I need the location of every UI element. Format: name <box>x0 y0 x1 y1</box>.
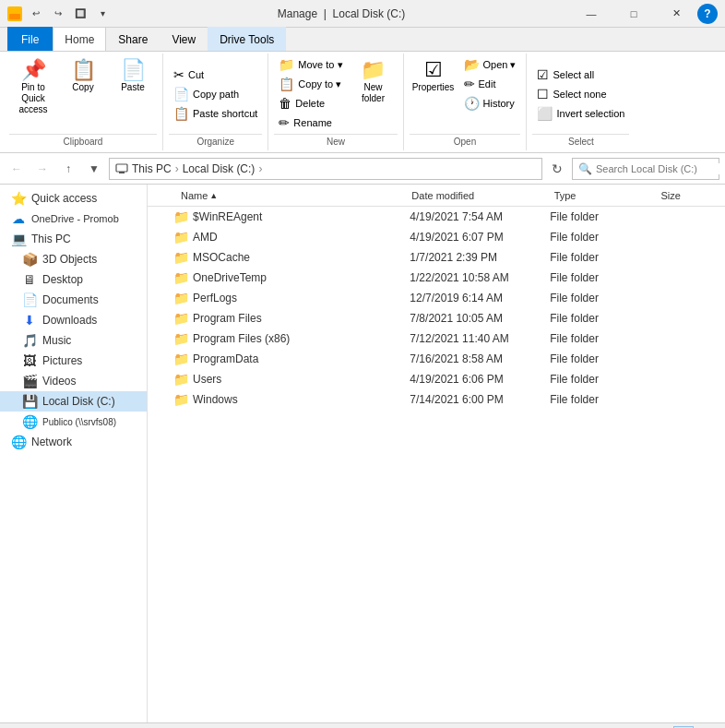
table-row[interactable]: 📁 Program Files (x86) 7/12/2021 11:40 AM… <box>148 328 725 349</box>
history-button[interactable]: 🕐 History <box>459 94 521 113</box>
cut-button[interactable]: ✂ Cut <box>169 66 208 84</box>
sidebar-item-videos[interactable]: 🎬 Videos <box>0 371 147 391</box>
file-rows: 📁 $WinREAgent 4/19/2021 7:54 AM File fol… <box>148 207 725 410</box>
table-row[interactable]: 📁 PerfLogs 12/7/2019 6:14 AM File folder <box>148 288 725 308</box>
table-row[interactable]: 📁 $WinREAgent 4/19/2021 7:54 AM File fol… <box>148 207 725 227</box>
file-type: File folder <box>550 231 655 244</box>
recent-dropdown[interactable]: ▼ <box>83 158 105 180</box>
sidebar-item-publico[interactable]: 🌐 Publico (\\srvfs08) <box>0 412 147 432</box>
qat-dropdown[interactable]: ▾ <box>92 4 113 24</box>
sidebar-item-network[interactable]: 🌐 Network <box>0 432 147 452</box>
quickaccess-icon: ⭐ <box>11 191 26 206</box>
table-row[interactable]: 📁 Users 4/19/2021 6:06 PM File folder <box>148 369 725 389</box>
pin-icon: 📌 <box>21 60 46 80</box>
qat-redo[interactable]: ↪ <box>48 4 68 24</box>
file-type: File folder <box>550 332 655 345</box>
header-type[interactable]: Type <box>547 190 654 201</box>
pictures-icon: 🖼 <box>22 353 37 368</box>
file-date: 7/16/2021 8:58 AM <box>410 352 550 365</box>
select-label: Select <box>532 134 629 149</box>
table-row[interactable]: 📁 MSOCache 1/7/2021 2:39 PM File folder <box>148 247 725 268</box>
back-button[interactable]: ← <box>6 158 28 180</box>
downloads-icon: ⬇ <box>22 313 37 328</box>
music-icon: 🎵 <box>22 333 37 348</box>
help-button[interactable]: ? <box>697 4 718 24</box>
select-none-button[interactable]: ☐ Select none <box>532 85 611 103</box>
minimize-button[interactable]: — <box>570 0 612 28</box>
invert-selection-button[interactable]: ⬜ Invert selection <box>532 104 629 123</box>
sidebar-item-desktop[interactable]: 🖥 Desktop <box>0 269 147 290</box>
copy-to-button[interactable]: 📋 Copy to ▾ <box>274 75 347 93</box>
new-folder-button[interactable]: 📁 Newfolder <box>350 55 398 116</box>
paste-shortcut-button[interactable]: 📋 Paste shortcut <box>169 104 262 123</box>
table-row[interactable]: 📁 OneDriveTemp 1/22/2021 10:58 AM File f… <box>148 268 725 288</box>
edit-button[interactable]: ✏ Edit <box>459 75 521 93</box>
qat-undo[interactable]: ↩ <box>26 4 46 24</box>
app-icon <box>7 6 22 21</box>
close-button[interactable]: ✕ <box>655 0 697 28</box>
file-type: File folder <box>550 352 655 365</box>
sidebar-item-3dobjects[interactable]: 📦 3D Objects <box>0 249 147 269</box>
open-button[interactable]: 📂 Open ▾ <box>459 55 521 74</box>
tab-view[interactable]: View <box>160 27 208 51</box>
copypath-icon: 📄 <box>173 87 189 101</box>
header-name[interactable]: Name ▲ <box>173 190 404 201</box>
file-date: 4/19/2021 6:06 PM <box>410 373 550 386</box>
move-to-button[interactable]: 📁 Move to ▾ <box>274 55 347 74</box>
forward-button[interactable]: → <box>31 158 53 180</box>
sidebar-item-music[interactable]: 🎵 Music <box>0 330 147 351</box>
properties-button[interactable]: ☑ Properties <box>410 55 458 116</box>
delete-button[interactable]: 🗑 Delete <box>274 94 347 113</box>
copy-path-button[interactable]: 📄 Copy path <box>169 85 244 103</box>
sidebar-item-quickaccess[interactable]: ⭐ Quick access <box>0 188 147 209</box>
file-name: Program Files <box>193 312 410 325</box>
file-date: 7/12/2021 11:40 AM <box>410 332 550 345</box>
maximize-button[interactable]: □ <box>612 0 655 28</box>
sidebar-item-localdisk[interactable]: 💾 Local Disk (C:) <box>0 391 147 412</box>
header-date[interactable]: Date modified <box>404 190 546 201</box>
table-row[interactable]: 📁 Windows 7/14/2021 6:00 PM File folder <box>148 389 725 410</box>
3dobjects-icon: 📦 <box>22 252 37 267</box>
address-path[interactable]: This PC › Local Disk (C:) › <box>109 158 542 180</box>
new-label: New <box>274 134 397 149</box>
sidebar-item-thispc[interactable]: 💻 This PC <box>0 229 147 249</box>
folder-icon: 📁 <box>173 352 189 366</box>
file-area: Name ▲ Date modified Type Size 📁 $WinREA… <box>148 185 725 722</box>
rename-button[interactable]: ✏ Rename <box>274 113 347 132</box>
file-date: 7/14/2021 6:00 PM <box>410 393 550 406</box>
main-content: ⭐ Quick access ☁ OneDrive - Promob 💻 Thi… <box>0 185 725 722</box>
file-type: File folder <box>550 393 655 406</box>
delete-icon: 🗑 <box>279 96 291 111</box>
search-input[interactable] <box>596 163 723 174</box>
qat-properties[interactable]: 🔲 <box>70 4 90 24</box>
table-row[interactable]: 📁 ProgramData 7/16/2021 8:58 AM File fol… <box>148 349 725 369</box>
file-name: $WinREAgent <box>193 210 410 223</box>
computer-icon <box>115 162 128 175</box>
move-copy-col: 📁 Move to ▾ 📋 Copy to ▾ 🗑 Delete ✏ Renam… <box>274 55 347 132</box>
rename-icon: ✏ <box>279 115 290 130</box>
tab-file[interactable]: File <box>7 27 53 51</box>
file-name: Program Files (x86) <box>193 332 410 345</box>
file-name: ProgramData <box>193 352 410 365</box>
up-button[interactable]: ↑ <box>57 158 79 180</box>
ribbon-group-clipboard: 📌 Pin to Quickaccess 📋 Copy 📄 Paste Clip… <box>4 54 163 150</box>
paste-button[interactable]: 📄 Paste <box>109 55 157 116</box>
select-all-button[interactable]: ☑ Select all <box>532 66 599 84</box>
tab-drivetools[interactable]: Drive Tools <box>208 27 286 51</box>
table-row[interactable]: 📁 AMD 4/19/2021 6:07 PM File folder <box>148 227 725 247</box>
sidebar-item-downloads[interactable]: ⬇ Downloads <box>0 310 147 330</box>
header-size[interactable]: Size <box>654 190 725 201</box>
copy-button[interactable]: 📋 Copy <box>59 55 107 116</box>
sidebar-item-pictures[interactable]: 🖼 Pictures <box>0 351 147 371</box>
tab-home[interactable]: Home <box>53 27 106 51</box>
refresh-button[interactable]: ↻ <box>546 158 568 180</box>
open-label: Open <box>410 134 521 149</box>
tab-share[interactable]: Share <box>106 27 160 51</box>
sidebar-item-onedrive[interactable]: ☁ OneDrive - Promob <box>0 209 147 229</box>
file-name: AMD <box>193 231 410 244</box>
svg-rect-2 <box>116 164 127 172</box>
table-row[interactable]: 📁 Program Files 7/8/2021 10:05 AM File f… <box>148 308 725 328</box>
sidebar-item-documents[interactable]: 📄 Documents <box>0 290 147 310</box>
pin-button[interactable]: 📌 Pin to Quickaccess <box>9 55 57 120</box>
ribbon: 📌 Pin to Quickaccess 📋 Copy 📄 Paste Clip… <box>0 52 725 153</box>
